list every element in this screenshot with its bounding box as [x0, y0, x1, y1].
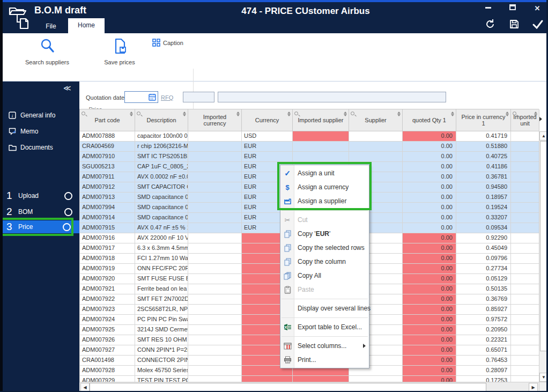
calendar-icon[interactable] — [149, 93, 156, 101]
table-cell[interactable]: 0.00 — [403, 243, 456, 254]
table-cell[interactable]: SMD capacitance 00 — [135, 213, 188, 223]
table-cell[interactable]: 0.05129 — [456, 274, 511, 284]
column-header[interactable]: Imported unit — [511, 109, 539, 131]
table-cell[interactable]: 0.18957 — [456, 193, 511, 203]
column-header[interactable]: Imported supplier — [293, 109, 349, 131]
table-cell[interactable]: 0.51880 — [456, 142, 511, 152]
table-cell[interactable]: AVX 22000 nF 10 V — [135, 233, 188, 243]
table-cell[interactable] — [511, 213, 539, 223]
table-cell[interactable]: ADM007910 — [80, 152, 135, 162]
table-cell[interactable]: USD — [242, 131, 293, 142]
table-cell[interactable] — [188, 264, 242, 274]
table-cell[interactable]: 0.00 — [403, 335, 456, 345]
horizontal-scroll-thumb[interactable] — [90, 383, 486, 391]
table-cell[interactable]: AVX 0.47 nF ±5 % 10 — [135, 223, 188, 233]
table-cell[interactable]: 0.00 — [403, 325, 456, 335]
table-cell[interactable]: 0.36781 — [456, 172, 511, 182]
table-row[interactable]: CRA004569r chip 1206(3216-MEUR0.000.5188… — [80, 142, 539, 152]
table-cell[interactable]: ADM007917 — [80, 243, 135, 254]
table-cell[interactable]: 0.00 — [403, 172, 456, 182]
table-cell[interactable] — [511, 356, 539, 366]
table-cell[interactable]: 0.20950 — [456, 325, 511, 335]
table-cell[interactable]: 0.22321 — [456, 335, 511, 345]
table-cell[interactable] — [511, 142, 539, 152]
table-cell[interactable]: ADM007915 — [80, 223, 135, 233]
maximize-button[interactable] — [507, 3, 518, 11]
table-cell[interactable] — [511, 274, 539, 284]
table-cell[interactable]: ADM007929 — [80, 376, 135, 382]
table-cell[interactable] — [188, 203, 242, 213]
table-cell[interactable]: ADM007924 — [80, 315, 135, 325]
validate-check-icon[interactable] — [532, 19, 544, 29]
table-cell[interactable] — [511, 264, 539, 274]
table-cell[interactable]: r chip 1206(3216-M — [135, 142, 188, 152]
table-cell[interactable] — [188, 172, 242, 182]
table-cell[interactable]: ADM007919 — [80, 264, 135, 274]
table-cell[interactable]: 0.76453 — [456, 356, 511, 366]
column-sort-icon[interactable] — [287, 112, 291, 116]
table-cell[interactable] — [511, 203, 539, 213]
table-cell[interactable] — [188, 152, 242, 162]
table-cell[interactable]: ADM007920 — [80, 274, 135, 284]
table-cell[interactable] — [188, 284, 242, 294]
table-cell[interactable]: Ferrite bead on lea — [135, 284, 188, 294]
table-cell[interactable] — [511, 193, 539, 203]
column-sort-icon[interactable] — [183, 112, 186, 116]
more-columns-icon[interactable] — [539, 117, 542, 121]
table-cell[interactable]: FCI 1.27mm 10 Way — [135, 254, 188, 264]
column-sort-icon[interactable] — [236, 112, 240, 116]
table-cell[interactable] — [188, 366, 242, 376]
table-cell[interactable] — [188, 254, 242, 264]
table-cell[interactable]: ADM007925 — [80, 325, 135, 335]
quotation-date-input[interactable] — [124, 91, 158, 103]
sidebar-item-memo[interactable]: Memo — [0, 124, 79, 138]
column-sort-icon[interactable] — [397, 112, 401, 116]
table-cell[interactable] — [511, 345, 539, 356]
table-cell[interactable] — [511, 335, 539, 345]
table-cell[interactable]: TEST PIN TEST POIN — [135, 376, 188, 382]
table-cell[interactable] — [511, 223, 539, 233]
table-cell[interactable] — [188, 142, 242, 152]
table-cell[interactable]: 2SC5658T2LR, NPN — [135, 305, 188, 315]
scroll-right-button[interactable]: ▶ — [529, 383, 538, 391]
table-cell[interactable] — [293, 142, 349, 152]
menu-item-print[interactable]: Print... — [280, 353, 369, 367]
column-header[interactable]: Supplier — [349, 109, 403, 131]
table-cell[interactable]: 0.50135 — [456, 284, 511, 294]
table-cell[interactable]: 0.09796 — [456, 254, 511, 264]
table-cell[interactable]: 0.97572 — [456, 315, 511, 325]
table-cell[interactable] — [511, 284, 539, 294]
table-cell[interactable] — [511, 131, 539, 142]
table-cell[interactable]: 0.27734 — [456, 264, 511, 274]
table-cell[interactable]: 0.00 — [403, 203, 456, 213]
table-cell[interactable]: 0.00 — [403, 264, 456, 274]
rfq-description-field[interactable] — [218, 92, 446, 102]
table-cell[interactable] — [511, 376, 539, 382]
table-cell[interactable] — [349, 142, 403, 152]
table-cell[interactable] — [511, 254, 539, 264]
column-search-icon[interactable] — [82, 112, 85, 115]
column-header[interactable]: Part code — [80, 109, 135, 131]
table-cell[interactable]: ADM007916 — [80, 233, 135, 243]
refresh-icon[interactable] — [485, 19, 495, 29]
table-cell[interactable] — [188, 223, 242, 233]
column-search-icon[interactable] — [513, 112, 516, 115]
table-cell[interactable]: 0.00 — [403, 345, 456, 356]
table-row[interactable]: ADM007910SMT IC TPS2051BDREUR0.000.40725 — [80, 152, 539, 162]
column-search-icon[interactable] — [137, 112, 140, 115]
table-cell[interactable]: PC PIN PC Pin Swage — [135, 315, 188, 325]
menu-item-display-over-several-lines[interactable]: Display over several lines — [280, 301, 369, 315]
column-sort-icon[interactable] — [534, 112, 537, 116]
save-icon[interactable] — [509, 19, 520, 29]
table-cell[interactable]: ONN FFC/FPC 20PC — [135, 264, 188, 274]
table-cell[interactable] — [188, 345, 242, 356]
table-cell[interactable] — [349, 152, 403, 162]
tab-home[interactable]: Home — [68, 18, 105, 33]
table-cell[interactable]: 0.00 — [403, 142, 456, 152]
table-cell[interactable] — [349, 131, 403, 142]
table-cell[interactable] — [188, 243, 242, 254]
column-header[interactable]: Imported currency — [188, 109, 242, 131]
step-price[interactable]: 3 Price — [0, 220, 79, 233]
table-cell[interactable]: ADM007911 — [80, 172, 135, 182]
table-cell[interactable] — [293, 131, 349, 142]
